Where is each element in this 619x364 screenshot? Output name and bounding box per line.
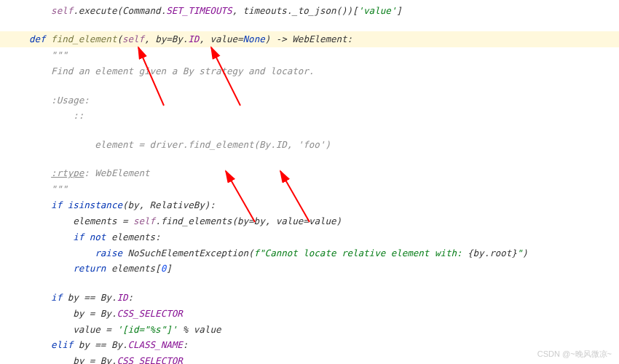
code-line: :: xyxy=(29,108,619,124)
code-line: if isinstance(by, RelativeBy): xyxy=(29,197,619,213)
code-line: element = driver.find_element(By.ID, 'fo… xyxy=(29,137,619,153)
code-editor: self.execute(Command.SET_TIMEOUTS, timeo… xyxy=(0,0,619,364)
code-line: Find an element given a By strategy and … xyxy=(29,63,619,79)
code-line: """ xyxy=(29,181,619,197)
code-line: if not elements: xyxy=(29,229,619,245)
code-line: """ xyxy=(29,47,619,63)
code-line: elements = self.find_elements(by=by, val… xyxy=(29,213,619,229)
highlighted-line: def find_element(self, by=By.ID, value=N… xyxy=(0,31,619,47)
code-line: by = By.CSS_SELECTOR xyxy=(29,353,619,364)
code-line: elif by == By.CLASS_NAME: xyxy=(29,337,619,353)
code-line: value = '[id="%s"]' % value xyxy=(29,322,619,338)
code-line: if by == By.ID: xyxy=(29,290,619,306)
code-line: :rtype: WebElement xyxy=(29,165,619,181)
code-line: raise NoSuchElementException(f"Cannot lo… xyxy=(29,245,619,261)
code-line: :Usage: xyxy=(29,92,619,108)
code-line: self.execute(Command.SET_TIMEOUTS, timeo… xyxy=(29,3,619,19)
code-line: return elements[0] xyxy=(29,261,619,277)
code-line: by = By.CSS_SELECTOR xyxy=(29,306,619,322)
watermark: CSDN @~晚风微凉~ xyxy=(537,349,612,360)
